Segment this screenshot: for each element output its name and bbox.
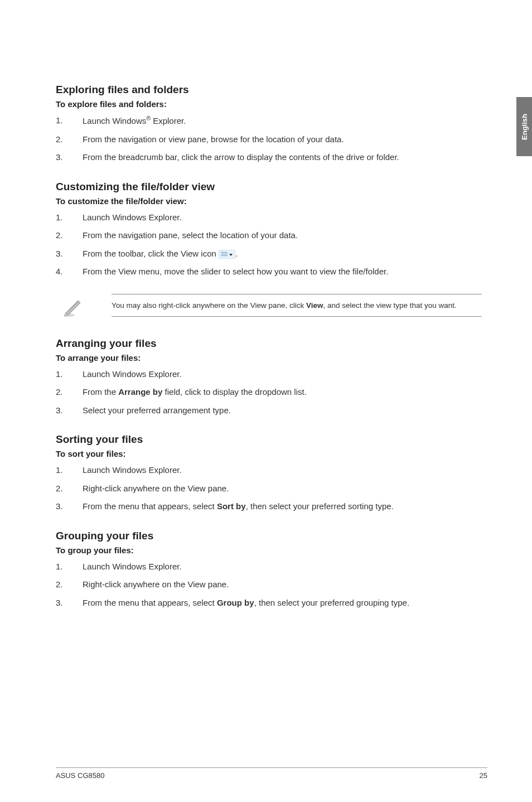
step-item: 2.From the navigation or view pane, brow…: [56, 133, 487, 146]
step-text: Launch Windows Explorer.: [83, 465, 182, 475]
step-text: From the navigation or view pane, browse…: [83, 134, 344, 144]
sidetab-label: English: [520, 114, 529, 140]
step-item: 3.Select your preferred arrangement type…: [56, 404, 487, 417]
svg-marker-1: [66, 301, 80, 315]
section-heading-sorting: Sorting your files: [56, 433, 487, 446]
step-item: 3.From the menu that appears, select Gro…: [56, 597, 487, 610]
steps-arranging: 1.Launch Windows Explorer. 2.From the Ar…: [56, 368, 487, 417]
step-item: 1.Launch Windows Explorer.: [56, 368, 487, 381]
note-block: You may also right-click anywhere on the…: [56, 294, 487, 321]
step-item: 1.Launch Windows Explorer.: [56, 561, 487, 573]
step-text: Right-click anywhere on the View pane.: [83, 579, 229, 589]
step-text: Right-click anywhere on the View pane.: [83, 484, 229, 493]
steps-customizing: 1.Launch Windows Explorer. 2.From the na…: [56, 211, 487, 278]
step-item: 3.From the breadcrumb bar, click the arr…: [56, 151, 487, 164]
step-number: 1.: [56, 561, 63, 573]
step-number: 1.: [56, 464, 63, 477]
step-number: 2.: [56, 578, 63, 591]
section-subhead-grouping: To group your files:: [56, 545, 487, 555]
section-heading-exploring: Exploring files and folders: [56, 84, 487, 96]
step-text: Launch Windows® Explorer.: [83, 116, 186, 125]
step-text: From the menu that appears, select Sort …: [83, 501, 394, 511]
view-icon: [219, 250, 235, 259]
step-number: 3.: [56, 248, 63, 260]
section-subhead-arranging: To arrange your files:: [56, 353, 487, 363]
step-item: 3.From the toolbar, click the View icon …: [56, 248, 487, 260]
page-footer: ASUS CG8580 25: [56, 767, 487, 780]
steps-sorting: 1.Launch Windows Explorer. 2.Right-click…: [56, 464, 487, 513]
step-number: 2.: [56, 386, 63, 399]
step-text: Select your preferred arrangement type.: [83, 405, 231, 415]
section-subhead-exploring: To explore files and folders:: [56, 99, 487, 109]
section-heading-grouping: Grouping your files: [56, 530, 487, 542]
step-item: 2.From the navigation pane, select the l…: [56, 229, 487, 242]
step-number: 3.: [56, 404, 63, 417]
step-item: 2.From the Arrange by field, click to di…: [56, 386, 487, 399]
step-item: 2.Right-click anywhere on the View pane.: [56, 578, 487, 591]
step-number: 4.: [56, 265, 63, 278]
pencil-icon: [61, 296, 84, 321]
step-number: 3.: [56, 500, 63, 513]
step-number: 2.: [56, 229, 63, 242]
footer-page-number: 25: [480, 771, 487, 780]
language-sidetab: English: [516, 97, 532, 156]
step-text: From the breadcrumb bar, click the arrow…: [83, 152, 399, 162]
step-number: 1.: [56, 211, 63, 224]
step-item: 3.From the menu that appears, select Sor…: [56, 500, 487, 513]
note-text: You may also right-click anywhere on the…: [112, 294, 482, 317]
step-text: Launch Windows Explorer.: [83, 212, 182, 222]
footer-left: ASUS CG8580: [56, 771, 104, 780]
step-number: 2.: [56, 482, 63, 495]
step-text: Launch Windows Explorer.: [83, 562, 182, 571]
step-text: From the View menu, move the slider to s…: [83, 267, 388, 276]
steps-exploring: 1.Launch Windows® Explorer. 2.From the n…: [56, 114, 487, 164]
step-number: 3.: [56, 151, 63, 164]
step-text: From the toolbar, click the View icon .: [83, 249, 238, 258]
step-text: From the Arrange by field, click to disp…: [83, 387, 307, 397]
section-subhead-customizing: To customize the file/folder view:: [56, 196, 487, 206]
step-text: From the navigation pane, select the loc…: [83, 230, 298, 240]
step-item: 2.Right-click anywhere on the View pane.: [56, 482, 487, 495]
section-heading-customizing: Customizing the file/folder view: [56, 181, 487, 193]
step-number: 1.: [56, 114, 63, 127]
steps-grouping: 1.Launch Windows Explorer. 2.Right-click…: [56, 561, 487, 610]
section-heading-arranging: Arranging your files: [56, 337, 487, 350]
step-number: 1.: [56, 368, 63, 381]
section-subhead-sorting: To sort your files:: [56, 449, 487, 458]
step-item: 1.Launch Windows Explorer.: [56, 211, 487, 224]
step-item: 1.Launch Windows Explorer.: [56, 464, 487, 477]
step-number: 2.: [56, 133, 63, 146]
step-number: 3.: [56, 597, 63, 610]
step-text: From the menu that appears, select Group…: [83, 598, 409, 607]
step-text: Launch Windows Explorer.: [83, 369, 182, 379]
step-item: 1.Launch Windows® Explorer.: [56, 114, 487, 128]
step-item: 4.From the View menu, move the slider to…: [56, 265, 487, 278]
